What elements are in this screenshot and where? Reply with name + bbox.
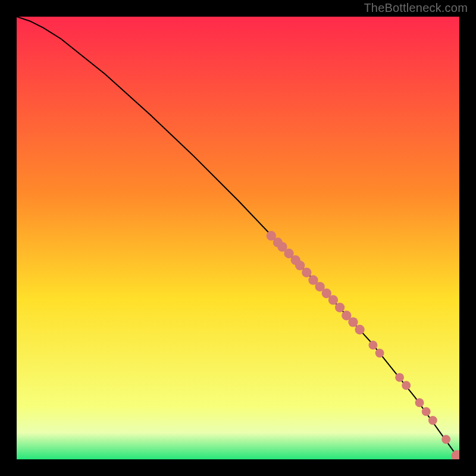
data-marker bbox=[415, 398, 424, 407]
data-marker bbox=[328, 295, 338, 305]
chart-svg bbox=[17, 17, 459, 459]
data-marker bbox=[428, 416, 437, 425]
data-marker bbox=[302, 268, 311, 277]
data-marker bbox=[441, 435, 450, 444]
data-marker bbox=[355, 325, 364, 334]
data-marker bbox=[368, 341, 377, 350]
chart-frame: TheBottleneck.com bbox=[0, 0, 476, 476]
gradient-background bbox=[17, 17, 459, 459]
data-marker bbox=[335, 303, 345, 312]
data-marker bbox=[348, 317, 358, 327]
data-marker bbox=[395, 373, 404, 382]
data-marker bbox=[422, 407, 431, 416]
attribution-label: TheBottleneck.com bbox=[364, 1, 468, 15]
data-marker bbox=[375, 349, 384, 358]
data-marker bbox=[295, 261, 305, 270]
plot-area bbox=[17, 17, 459, 459]
data-marker bbox=[402, 381, 411, 390]
